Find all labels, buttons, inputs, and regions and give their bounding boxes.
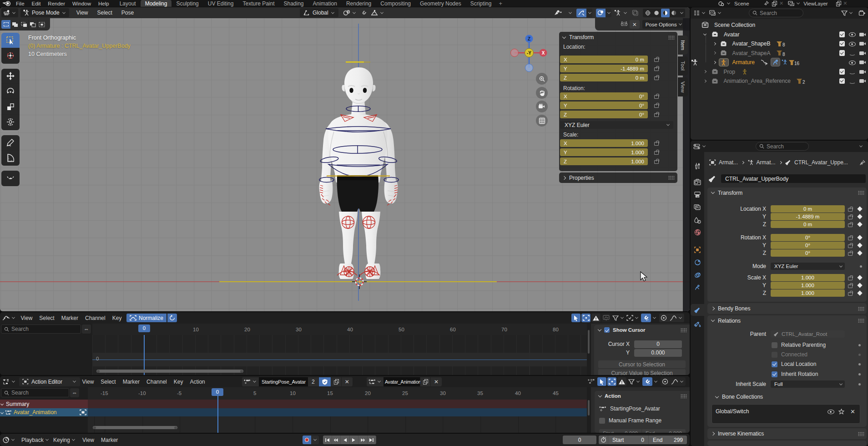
svg-text:Z: Z: [528, 36, 530, 41]
svg-text:-Y: -Y: [527, 51, 531, 56]
svg-text:X: X: [542, 51, 545, 56]
